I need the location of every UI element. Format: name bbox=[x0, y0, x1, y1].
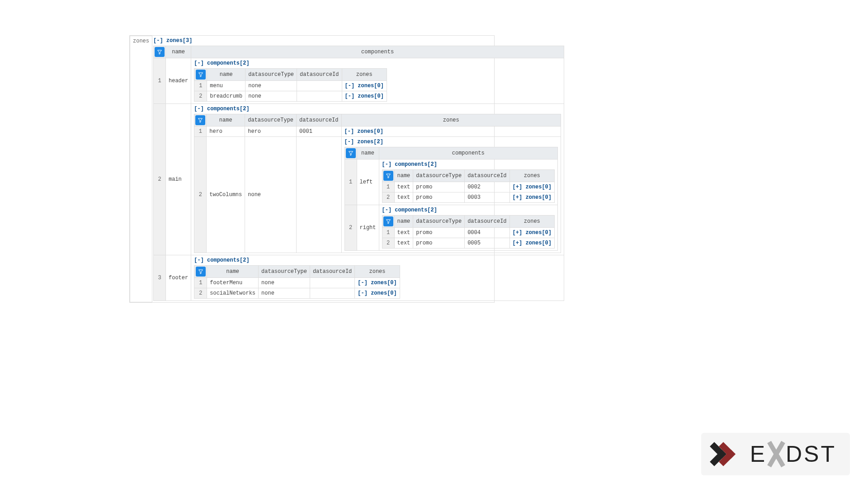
zones-toggle[interactable]: [+] zones[0] bbox=[513, 184, 552, 190]
table-row: 1 text promo 0002 [+] zones[0] bbox=[382, 182, 554, 192]
components-toggle[interactable]: [-] components[2] bbox=[194, 60, 249, 66]
table-row: 2 twoColumns none [-] zones[2] bbox=[194, 136, 561, 253]
svg-marker-2 bbox=[198, 118, 203, 122]
brand-text: E DST bbox=[750, 441, 836, 467]
table-row: 1 header [-] components[2] bbox=[154, 58, 564, 103]
zone-name: main bbox=[166, 103, 191, 255]
svg-marker-0 bbox=[158, 50, 162, 54]
zones-toggle[interactable]: [-] zones[0] bbox=[345, 83, 384, 89]
components-toggle[interactable]: [-] components[2] bbox=[194, 257, 249, 263]
table-row: 1 hero hero 0001 [-] zones[0] bbox=[194, 126, 561, 136]
components-toggle[interactable]: [-] components[2] bbox=[194, 106, 249, 112]
table-row: 2 text promo 0003 [+] zones[0] bbox=[382, 192, 554, 202]
zones-toggle[interactable]: [+] zones[0] bbox=[513, 194, 552, 201]
filter-icon[interactable] bbox=[383, 216, 393, 226]
filter-icon[interactable] bbox=[196, 70, 206, 80]
zone-name: header bbox=[166, 58, 191, 103]
table-row: 1 left [-] components[2] bbox=[344, 159, 558, 205]
json-viewer-root: zones [-] zones[3] bbox=[129, 35, 495, 303]
svg-marker-4 bbox=[386, 174, 390, 178]
zones-toggle[interactable]: [-] zones[0] bbox=[344, 128, 383, 135]
col-name: name bbox=[166, 46, 191, 58]
filter-icon[interactable] bbox=[346, 148, 356, 158]
table-row: 3 footer [-] components[2] namedatasourc… bbox=[154, 255, 564, 300]
zones-toggle[interactable]: [+] zones[0] bbox=[513, 230, 552, 236]
zones-toggle[interactable]: [-] zones[0] bbox=[358, 290, 396, 296]
zones-toggle[interactable]: [-] zones[0] bbox=[345, 93, 384, 99]
brand-logo: E DST bbox=[701, 433, 850, 475]
components-toggle[interactable]: [-] components[2] bbox=[382, 161, 437, 168]
table-row: 1 footerMenu none [-] zones[0] bbox=[194, 277, 400, 288]
filter-icon[interactable] bbox=[195, 115, 205, 125]
zones-toggle[interactable]: [-] zones[2] bbox=[344, 139, 383, 145]
array-label: zones[3] bbox=[166, 38, 193, 44]
svg-marker-6 bbox=[198, 270, 203, 274]
table-row: 2 breadcrumb none [-] zones[0] bbox=[194, 91, 387, 101]
root-label: zones bbox=[130, 36, 152, 302]
components-toggle[interactable]: [-] components[2] bbox=[382, 207, 437, 213]
filter-icon[interactable] bbox=[196, 267, 206, 277]
zone-name: footer bbox=[166, 255, 191, 300]
table-row: 1 text promo 0004 [+] zones[0] bbox=[382, 227, 554, 238]
table-row: 2 text promo 0005 [+] zones[0] bbox=[382, 238, 554, 248]
chevron-right-icon bbox=[706, 437, 739, 471]
table-row: 2 socialNetworks none [-] zones[0] bbox=[194, 288, 400, 298]
svg-marker-1 bbox=[198, 73, 203, 77]
svg-marker-3 bbox=[349, 151, 353, 155]
filter-icon[interactable] bbox=[383, 171, 393, 181]
table-row: 1 menu none [-] zones[0] bbox=[194, 80, 387, 91]
zones-root-toggle[interactable]: [-] zones[3] bbox=[153, 38, 192, 44]
table-row: 2 main [-] components[2] name bbox=[154, 103, 564, 255]
row-index: 1 bbox=[154, 58, 166, 103]
zones-toggle[interactable]: [-] zones[0] bbox=[358, 280, 396, 286]
table-row: 2 right [-] components[2] bbox=[344, 205, 558, 250]
svg-marker-5 bbox=[386, 220, 390, 224]
x-icon bbox=[767, 443, 786, 465]
zones-toggle[interactable]: [+] zones[0] bbox=[513, 240, 552, 246]
filter-icon[interactable] bbox=[155, 47, 165, 57]
collapse-icon: [-] bbox=[153, 38, 163, 44]
col-components: components bbox=[191, 46, 564, 58]
